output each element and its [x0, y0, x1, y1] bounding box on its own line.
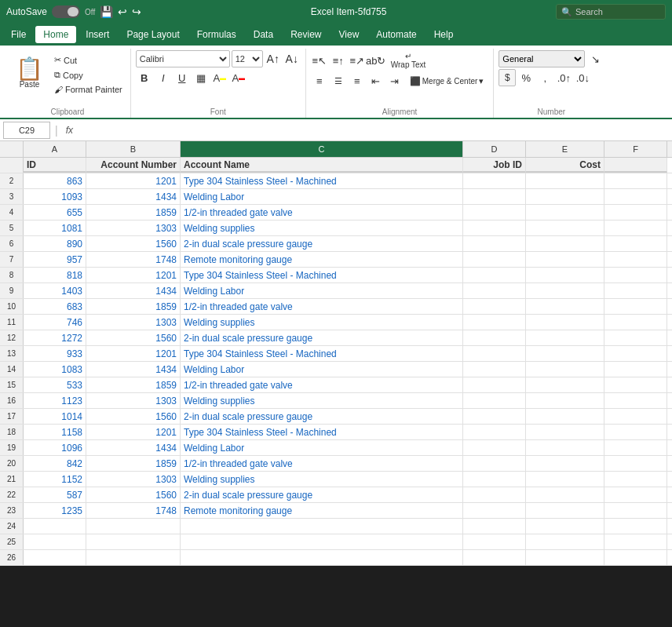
increase-decimal-btn[interactable]: .0↑: [555, 69, 572, 86]
menu-home[interactable]: Home: [35, 26, 76, 43]
cell-f[interactable]: [604, 503, 667, 518]
cell-name[interactable]: Welding supplies: [181, 393, 463, 408]
cell-f[interactable]: [604, 283, 667, 298]
cell-account[interactable]: 1434: [86, 362, 181, 377]
cell-empty[interactable]: [86, 519, 181, 534]
cell-cost[interactable]: $ 4,191.00: [526, 173, 604, 188]
cell-cost[interactable]: $ 598.80: [526, 409, 604, 424]
cell-cost[interactable]: $ 209.40: [526, 299, 604, 314]
cell-name[interactable]: Remote monitoring gauge: [181, 252, 463, 267]
cell-id[interactable]: 863: [24, 173, 86, 188]
cell-account[interactable]: 1859: [86, 205, 181, 220]
font-select[interactable]: Calibri: [136, 50, 230, 67]
header-cost[interactable]: Cost: [526, 158, 604, 173]
cell-jobid[interactable]: 1241: [463, 456, 526, 471]
cell-empty[interactable]: [526, 519, 604, 534]
cell-empty[interactable]: [181, 534, 463, 549]
cell-cost[interactable]: $ 4,440.00: [526, 268, 604, 283]
cell-jobid[interactable]: 1240: [463, 346, 526, 361]
cell-account[interactable]: 1303: [86, 393, 181, 408]
cell-f[interactable]: [604, 189, 667, 204]
cell-cost[interactable]: $ 1,410.00: [526, 283, 604, 298]
cell-cost[interactable]: $ 1,175.00: [526, 189, 604, 204]
cell-account[interactable]: 1201: [86, 346, 181, 361]
menu-review[interactable]: Review: [283, 26, 329, 43]
format-painter-button[interactable]: 🖌 Format Painter: [51, 83, 126, 96]
cell-name[interactable]: 1/2-in threaded gate valve: [181, 299, 463, 314]
cell-id[interactable]: 1152: [24, 472, 86, 487]
cell-f[interactable]: [604, 268, 667, 283]
indent-dec-btn[interactable]: ⇤: [367, 72, 385, 89]
merge-center-button[interactable]: ⬛ Merge & Center ▾: [405, 75, 489, 88]
cell-id[interactable]: 890: [24, 236, 86, 251]
cell-f[interactable]: [604, 299, 667, 314]
cell-id[interactable]: 655: [24, 205, 86, 220]
cell-cost[interactable]: $ 174.50: [526, 205, 604, 220]
cell-id[interactable]: 842: [24, 456, 86, 471]
cell-cost[interactable]: $ 2,200.00: [526, 362, 604, 377]
cell-account[interactable]: 1560: [86, 330, 181, 345]
cell-account[interactable]: 1434: [86, 283, 181, 298]
cell-jobid[interactable]: 1239: [463, 268, 526, 283]
cell-jobid[interactable]: 1238: [463, 173, 526, 188]
cell-cost[interactable]: $ 6,503.00: [526, 425, 604, 439]
number-format-select[interactable]: General: [499, 50, 585, 67]
cell-jobid[interactable]: 1240: [463, 393, 526, 408]
cell-empty[interactable]: [463, 519, 526, 534]
cell-jobid[interactable]: 1241: [463, 503, 526, 518]
cell-f[interactable]: [604, 440, 667, 455]
header-jobid[interactable]: Job ID: [463, 158, 526, 173]
cell-f[interactable]: [604, 409, 667, 424]
cell-empty[interactable]: [86, 550, 181, 565]
cell-account[interactable]: 1560: [86, 236, 181, 251]
align-top-right-btn[interactable]: ≡↗: [349, 52, 366, 69]
cell-cost[interactable]: $ 279.20: [526, 377, 604, 392]
cell-cost[interactable]: $ 250.00: [526, 472, 604, 487]
header-f[interactable]: [604, 158, 667, 173]
cell-cost[interactable]: $ 449.10: [526, 330, 604, 345]
cell-name[interactable]: Welding Labor: [181, 283, 463, 298]
cell-f[interactable]: [604, 330, 667, 345]
wrap-text-button[interactable]: ↵ Wrap Text: [386, 50, 431, 71]
cell-empty[interactable]: [463, 534, 526, 549]
underline-button[interactable]: U: [173, 69, 191, 86]
cell-id[interactable]: 1123: [24, 393, 86, 408]
cell-name[interactable]: 1/2-in threaded gate valve: [181, 205, 463, 220]
decrease-font-btn[interactable]: A↓: [283, 50, 301, 67]
cell-f[interactable]: [604, 362, 667, 377]
col-header-d[interactable]: D: [463, 141, 526, 157]
cell-f[interactable]: [604, 173, 667, 188]
menu-file[interactable]: File: [3, 26, 34, 43]
cell-name[interactable]: Welding supplies: [181, 315, 463, 330]
comma-button[interactable]: ,: [536, 69, 553, 86]
menu-formulas[interactable]: Formulas: [189, 26, 244, 43]
bold-button[interactable]: B: [136, 69, 153, 86]
cell-empty[interactable]: [24, 534, 86, 549]
cell-account[interactable]: 1201: [86, 268, 181, 283]
cell-cost[interactable]: $ 150.00: [526, 315, 604, 330]
align-left-btn[interactable]: ≡: [311, 72, 328, 89]
formula-input[interactable]: [79, 122, 669, 139]
cell-jobid[interactable]: 1239: [463, 299, 526, 314]
cell-f[interactable]: [604, 315, 667, 330]
indent-inc-btn[interactable]: ⇥: [386, 72, 404, 89]
cell-id[interactable]: 533: [24, 377, 86, 392]
cell-name[interactable]: Type 304 Stainless Steel - Machined: [181, 173, 463, 188]
copy-button[interactable]: ⧉ Copy: [51, 68, 126, 82]
align-top-left-btn[interactable]: ≡↖: [311, 52, 328, 69]
cell-f[interactable]: [604, 205, 667, 220]
cell-jobid[interactable]: 1241: [463, 472, 526, 487]
border-button[interactable]: ▦: [192, 69, 210, 86]
cell-jobid[interactable]: 1238: [463, 252, 526, 267]
menu-page-layout[interactable]: Page Layout: [119, 26, 187, 43]
font-color-button[interactable]: A▬: [230, 69, 247, 86]
font-size-select[interactable]: 12: [232, 50, 263, 67]
cell-f[interactable]: [604, 346, 667, 361]
cell-account[interactable]: 1748: [86, 503, 181, 518]
cell-name[interactable]: Type 304 Stainless Steel - Machined: [181, 425, 463, 439]
paste-button[interactable]: 📋 Paste: [9, 55, 49, 92]
header-id[interactable]: ID: [24, 158, 86, 173]
cell-account[interactable]: 1560: [86, 487, 181, 502]
cell-jobid[interactable]: 1240: [463, 409, 526, 424]
cell-cost[interactable]: $ 125.00: [526, 221, 604, 235]
